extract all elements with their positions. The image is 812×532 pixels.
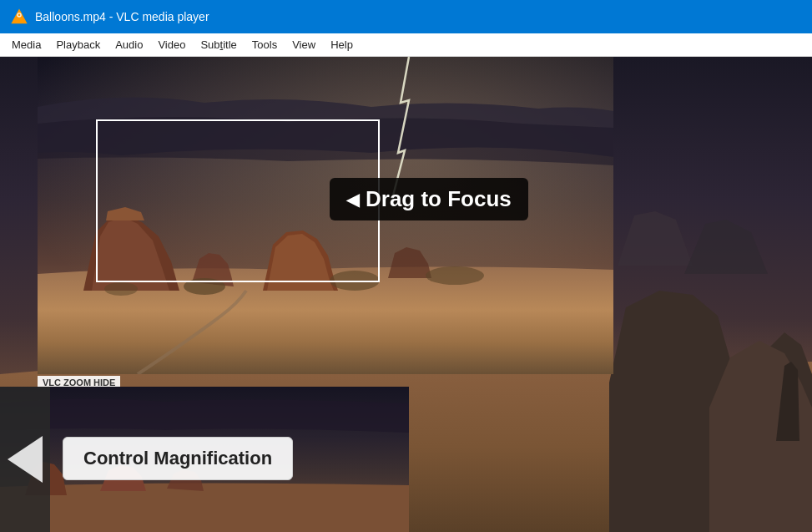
drag-to-focus-label: Drag to Focus <box>366 186 512 212</box>
svg-point-5 <box>18 14 21 17</box>
menu-video[interactable]: Video <box>151 35 192 54</box>
arrow-left-icon <box>8 436 43 483</box>
control-magnification-label: Control Magnification <box>83 448 272 469</box>
video-panel[interactable]: Drag to Focus <box>38 57 613 374</box>
menu-tools[interactable]: Tools <box>245 35 284 54</box>
svg-rect-2 <box>17 18 23 19</box>
svg-rect-3 <box>15 20 23 22</box>
menu-audio[interactable]: Audio <box>108 35 149 54</box>
menu-bar: Media Playback Audio Video Subtitle Tool… <box>0 33 812 57</box>
main-content: Drag to Focus VLC ZOOM HIDE <box>0 57 812 532</box>
svg-point-12 <box>104 282 138 296</box>
menu-media[interactable]: Media <box>5 35 48 54</box>
vlc-logo-icon <box>10 8 28 26</box>
menu-view[interactable]: View <box>285 35 322 54</box>
title-bar: Balloons.mp4 - VLC media player <box>0 0 812 33</box>
magnification-left-arrow[interactable] <box>0 387 50 532</box>
menu-subtitle[interactable]: Subtitle <box>194 35 243 54</box>
svg-point-11 <box>426 266 484 285</box>
drag-to-focus-tooltip: Drag to Focus <box>330 178 528 220</box>
window-title: Balloons.mp4 - VLC media player <box>35 10 209 23</box>
control-magnification-tooltip: Control Magnification <box>63 437 293 480</box>
menu-playback[interactable]: Playback <box>49 35 107 54</box>
menu-help[interactable]: Help <box>324 35 360 54</box>
